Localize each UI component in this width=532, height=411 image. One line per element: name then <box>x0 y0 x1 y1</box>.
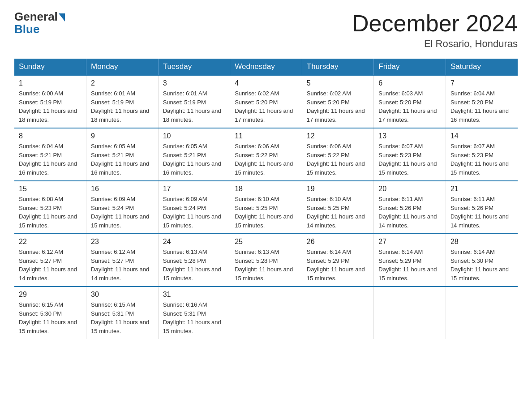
header-saturday: Saturday <box>446 59 518 75</box>
day-info: Sunrise: 6:07 AMSunset: 5:23 PMDaylight:… <box>378 142 441 177</box>
day-info: Sunrise: 6:06 AMSunset: 5:22 PMDaylight:… <box>235 142 297 177</box>
day-info: Sunrise: 6:13 AMSunset: 5:28 PMDaylight:… <box>163 248 226 283</box>
day-number: 29 <box>19 291 82 299</box>
day-info: Sunrise: 6:12 AMSunset: 5:27 PMDaylight:… <box>91 248 154 283</box>
calendar-cell: 7Sunrise: 6:04 AMSunset: 5:20 PMDaylight… <box>446 75 518 128</box>
day-number: 24 <box>163 238 226 246</box>
calendar-cell: 24Sunrise: 6:13 AMSunset: 5:28 PMDayligh… <box>158 234 230 287</box>
header-sunday: Sunday <box>14 59 86 75</box>
calendar-cell <box>302 287 374 339</box>
day-info: Sunrise: 6:05 AMSunset: 5:21 PMDaylight:… <box>91 142 154 177</box>
calendar-cell: 11Sunrise: 6:06 AMSunset: 5:22 PMDayligh… <box>230 128 302 181</box>
calendar-table: SundayMondayTuesdayWednesdayThursdayFrid… <box>14 59 518 339</box>
day-number: 30 <box>91 291 154 299</box>
day-info: Sunrise: 6:12 AMSunset: 5:27 PMDaylight:… <box>19 248 82 283</box>
day-info: Sunrise: 6:04 AMSunset: 5:21 PMDaylight:… <box>19 142 82 177</box>
day-info: Sunrise: 6:11 AMSunset: 5:26 PMDaylight:… <box>450 195 513 230</box>
calendar-week-row: 22Sunrise: 6:12 AMSunset: 5:27 PMDayligh… <box>14 234 518 287</box>
day-number: 21 <box>450 185 513 193</box>
day-info: Sunrise: 6:04 AMSunset: 5:20 PMDaylight:… <box>450 89 513 124</box>
calendar-cell: 14Sunrise: 6:07 AMSunset: 5:23 PMDayligh… <box>446 128 518 181</box>
day-info: Sunrise: 6:16 AMSunset: 5:31 PMDaylight:… <box>163 300 226 335</box>
calendar-cell: 26Sunrise: 6:14 AMSunset: 5:29 PMDayligh… <box>302 234 374 287</box>
calendar-cell: 8Sunrise: 6:04 AMSunset: 5:21 PMDaylight… <box>14 128 86 181</box>
calendar-cell: 15Sunrise: 6:08 AMSunset: 5:23 PMDayligh… <box>14 181 86 234</box>
calendar-cell: 31Sunrise: 6:16 AMSunset: 5:31 PMDayligh… <box>158 287 230 339</box>
day-number: 23 <box>91 238 154 246</box>
calendar-header-row: SundayMondayTuesdayWednesdayThursdayFrid… <box>14 59 518 75</box>
logo-arrow-icon <box>59 13 65 21</box>
calendar-cell: 17Sunrise: 6:09 AMSunset: 5:24 PMDayligh… <box>158 181 230 234</box>
calendar-cell: 1Sunrise: 6:00 AMSunset: 5:19 PMDaylight… <box>14 75 86 128</box>
day-info: Sunrise: 6:06 AMSunset: 5:22 PMDaylight:… <box>307 142 369 177</box>
day-number: 7 <box>450 79 513 87</box>
day-number: 17 <box>163 185 226 193</box>
day-number: 27 <box>378 238 441 246</box>
day-number: 31 <box>163 291 226 299</box>
day-number: 8 <box>19 132 82 140</box>
calendar-cell: 28Sunrise: 6:14 AMSunset: 5:30 PMDayligh… <box>446 234 518 287</box>
day-info: Sunrise: 6:03 AMSunset: 5:20 PMDaylight:… <box>378 89 441 124</box>
day-info: Sunrise: 6:02 AMSunset: 5:20 PMDaylight:… <box>307 89 369 124</box>
month-title: December 2024 <box>352 11 518 36</box>
header-thursday: Thursday <box>302 59 374 75</box>
calendar-cell: 25Sunrise: 6:13 AMSunset: 5:28 PMDayligh… <box>230 234 302 287</box>
day-info: Sunrise: 6:15 AMSunset: 5:30 PMDaylight:… <box>19 300 82 335</box>
location-subtitle: El Rosario, Honduras <box>352 38 518 50</box>
day-info: Sunrise: 6:09 AMSunset: 5:24 PMDaylight:… <box>163 195 226 230</box>
calendar-cell: 2Sunrise: 6:01 AMSunset: 5:19 PMDaylight… <box>86 75 159 128</box>
day-number: 18 <box>235 185 297 193</box>
day-info: Sunrise: 6:09 AMSunset: 5:24 PMDaylight:… <box>91 195 154 230</box>
day-info: Sunrise: 6:07 AMSunset: 5:23 PMDaylight:… <box>450 142 513 177</box>
calendar-week-row: 15Sunrise: 6:08 AMSunset: 5:23 PMDayligh… <box>14 181 518 234</box>
calendar-cell: 29Sunrise: 6:15 AMSunset: 5:30 PMDayligh… <box>14 287 86 339</box>
header-monday: Monday <box>86 59 159 75</box>
calendar-cell: 20Sunrise: 6:11 AMSunset: 5:26 PMDayligh… <box>374 181 446 234</box>
day-info: Sunrise: 6:00 AMSunset: 5:19 PMDaylight:… <box>19 89 82 124</box>
calendar-cell: 3Sunrise: 6:01 AMSunset: 5:19 PMDaylight… <box>158 75 230 128</box>
day-info: Sunrise: 6:01 AMSunset: 5:19 PMDaylight:… <box>91 89 154 124</box>
day-number: 22 <box>19 238 82 246</box>
calendar-cell: 16Sunrise: 6:09 AMSunset: 5:24 PMDayligh… <box>86 181 159 234</box>
day-info: Sunrise: 6:13 AMSunset: 5:28 PMDaylight:… <box>235 248 297 283</box>
logo-general-text: General <box>14 11 58 22</box>
day-info: Sunrise: 6:11 AMSunset: 5:26 PMDaylight:… <box>378 195 441 230</box>
day-number: 6 <box>378 79 441 87</box>
calendar-cell: 13Sunrise: 6:07 AMSunset: 5:23 PMDayligh… <box>374 128 446 181</box>
day-number: 20 <box>378 185 441 193</box>
day-number: 1 <box>19 79 82 87</box>
calendar-cell: 10Sunrise: 6:05 AMSunset: 5:21 PMDayligh… <box>158 128 230 181</box>
day-number: 3 <box>163 79 226 87</box>
calendar-cell <box>230 287 302 339</box>
calendar-week-row: 29Sunrise: 6:15 AMSunset: 5:30 PMDayligh… <box>14 287 518 339</box>
calendar-cell: 23Sunrise: 6:12 AMSunset: 5:27 PMDayligh… <box>86 234 159 287</box>
day-info: Sunrise: 6:05 AMSunset: 5:21 PMDaylight:… <box>163 142 226 177</box>
day-info: Sunrise: 6:08 AMSunset: 5:23 PMDaylight:… <box>19 195 82 230</box>
day-number: 14 <box>450 132 513 140</box>
calendar-cell: 27Sunrise: 6:14 AMSunset: 5:29 PMDayligh… <box>374 234 446 287</box>
day-number: 28 <box>450 238 513 246</box>
day-number: 19 <box>307 185 369 193</box>
day-info: Sunrise: 6:14 AMSunset: 5:30 PMDaylight:… <box>450 248 513 283</box>
calendar-cell: 4Sunrise: 6:02 AMSunset: 5:20 PMDaylight… <box>230 75 302 128</box>
logo-blue-text: Blue <box>14 22 39 36</box>
day-number: 4 <box>235 79 297 87</box>
day-info: Sunrise: 6:10 AMSunset: 5:25 PMDaylight:… <box>307 195 369 230</box>
logo: General Blue <box>14 11 65 36</box>
day-info: Sunrise: 6:14 AMSunset: 5:29 PMDaylight:… <box>307 248 369 283</box>
calendar-cell: 18Sunrise: 6:10 AMSunset: 5:25 PMDayligh… <box>230 181 302 234</box>
calendar-cell <box>446 287 518 339</box>
calendar-week-row: 8Sunrise: 6:04 AMSunset: 5:21 PMDaylight… <box>14 128 518 181</box>
calendar-cell: 6Sunrise: 6:03 AMSunset: 5:20 PMDaylight… <box>374 75 446 128</box>
day-number: 15 <box>19 185 82 193</box>
day-number: 12 <box>307 132 369 140</box>
day-number: 2 <box>91 79 154 87</box>
calendar-cell <box>374 287 446 339</box>
header-friday: Friday <box>374 59 446 75</box>
header-tuesday: Tuesday <box>158 59 230 75</box>
day-info: Sunrise: 6:01 AMSunset: 5:19 PMDaylight:… <box>163 89 226 124</box>
day-info: Sunrise: 6:02 AMSunset: 5:20 PMDaylight:… <box>235 89 297 124</box>
title-block: December 2024 El Rosario, Honduras <box>352 11 518 50</box>
day-info: Sunrise: 6:15 AMSunset: 5:31 PMDaylight:… <box>91 300 154 335</box>
calendar-cell: 21Sunrise: 6:11 AMSunset: 5:26 PMDayligh… <box>446 181 518 234</box>
